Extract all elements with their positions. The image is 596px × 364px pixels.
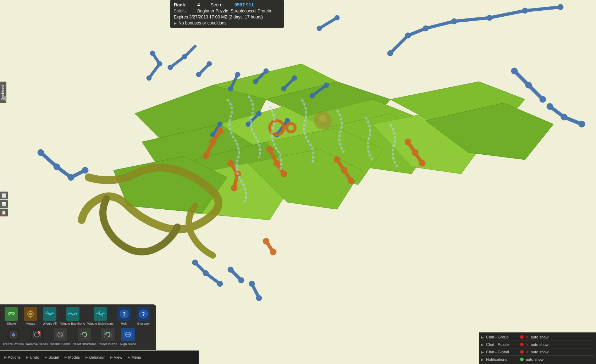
left-icon-panel: ⬜ 📊 📋 xyxy=(0,192,8,216)
align-guide-button[interactable]: Align Guide xyxy=(120,328,137,346)
svg-point-39 xyxy=(522,8,528,13)
svg-marker-11 xyxy=(390,82,525,131)
chat-global-label[interactable]: Chat - Global xyxy=(486,350,518,354)
svg-point-117 xyxy=(405,139,411,145)
actions-label: Actions xyxy=(8,355,21,359)
svg-marker-15 xyxy=(114,156,227,213)
svg-line-47 xyxy=(255,71,266,82)
chat-global-row: ▶ Chat - Global ✕ auto show xyxy=(481,349,594,355)
svg-point-95 xyxy=(203,153,209,159)
left-icon-2[interactable]: 📊 xyxy=(0,200,8,208)
reset-puzzle-button[interactable]: Reset Puzzle xyxy=(99,328,117,346)
svg-line-110 xyxy=(337,160,344,170)
toolbar-row-1: Shake Mutate Wiggle All xyxy=(3,307,153,326)
svg-point-20 xyxy=(150,51,155,56)
chat-puzzle-x[interactable]: ✕ xyxy=(526,343,529,347)
menu-undo[interactable]: ▶ Undo xyxy=(23,354,42,361)
svg-point-32 xyxy=(423,26,429,31)
left-icon-1[interactable]: ⬜ xyxy=(0,192,8,199)
svg-point-70 xyxy=(68,174,74,181)
align-guide-icon xyxy=(121,328,135,341)
wiggle-all-button[interactable]: Wiggle All xyxy=(41,307,58,326)
svg-point-112 xyxy=(334,156,340,163)
svg-point-49 xyxy=(264,68,269,73)
expand-icon[interactable]: ▶ xyxy=(174,21,177,25)
svg-marker-10 xyxy=(372,110,490,174)
svg-point-113 xyxy=(341,167,347,173)
mutate-button[interactable]: Mutate xyxy=(22,307,39,326)
reset-puzzle-label: Reset Puzzle xyxy=(99,342,117,346)
chat-group-auto[interactable]: auto show xyxy=(531,335,548,339)
svg-line-28 xyxy=(390,35,408,53)
left-icon-3[interactable]: 📋 xyxy=(0,209,8,216)
disable-bands-button[interactable]: Disable Bands xyxy=(50,328,71,346)
svg-point-40 xyxy=(558,4,563,10)
chat-global-x[interactable]: ✕ xyxy=(526,350,529,354)
menu-behavior[interactable]: ▶ Behavior xyxy=(83,354,107,361)
chat-group-x[interactable]: ✕ xyxy=(526,335,529,339)
svg-point-61 xyxy=(256,111,261,116)
svg-line-115 xyxy=(408,142,415,153)
svg-point-19 xyxy=(157,61,162,66)
chat-divider-1 xyxy=(481,341,594,341)
wiggle-sidechains-button[interactable]: Wiggle Sidechains xyxy=(87,307,114,326)
chat-puzzle-auto[interactable]: auto show xyxy=(531,342,548,347)
svg-line-16 xyxy=(149,64,160,78)
glossary-icon: ? xyxy=(137,307,150,321)
svg-point-121 xyxy=(263,238,269,244)
svg-marker-12 xyxy=(426,103,553,160)
chat-divider-3 xyxy=(481,355,594,356)
svg-point-97 xyxy=(217,128,223,134)
behavior-label: Behavior xyxy=(89,355,104,359)
chat-puzzle-label[interactable]: Chat - Puzzle xyxy=(486,342,518,347)
undo-arrow: ▶ xyxy=(26,355,29,359)
chat-puzzle-play[interactable]: ▶ xyxy=(481,343,484,347)
chat-global-play[interactable]: ▶ xyxy=(481,350,484,354)
reset-structures-button[interactable]: Reset Structures xyxy=(73,328,96,346)
modes-arrow: ▶ xyxy=(65,355,67,359)
svg-point-46 xyxy=(235,72,240,77)
behavior-arrow: ▶ xyxy=(85,355,88,359)
reset-structures-label: Reset Structures xyxy=(73,342,96,346)
svg-point-124 xyxy=(319,115,326,122)
notifications-row: ▶ Notifications auto show xyxy=(481,356,594,363)
svg-line-22 xyxy=(184,46,195,57)
svg-point-118 xyxy=(412,149,418,156)
freeze-protein-button[interactable]: ❄ Freeze Protein xyxy=(3,328,24,346)
shake-icon xyxy=(5,307,18,321)
svg-line-87 xyxy=(231,270,241,280)
svg-point-30 xyxy=(387,50,393,56)
svg-marker-2 xyxy=(213,64,337,114)
menu-menu[interactable]: ▶ Menu xyxy=(125,354,144,361)
shake-button[interactable]: Shake xyxy=(3,307,20,326)
svg-line-83 xyxy=(206,273,220,284)
help-button[interactable]: ? Help xyxy=(116,307,133,326)
svg-point-106 xyxy=(274,160,280,166)
glossary-button[interactable]: ? Glossary xyxy=(135,307,152,326)
chat-group-label[interactable]: Chat - Group xyxy=(486,335,518,339)
svg-point-64 xyxy=(285,118,290,123)
help-icon: ? xyxy=(117,307,131,321)
notifications-auto[interactable]: auto show xyxy=(526,357,543,362)
menu-view[interactable]: ▶ View xyxy=(107,354,125,361)
remove-bands-button[interactable]: ✕ Remove Bands xyxy=(26,328,48,346)
notifications-label[interactable]: Notifications xyxy=(486,357,518,362)
svg-line-93 xyxy=(206,142,213,156)
svg-point-27 xyxy=(207,61,212,66)
chat-puzzle-row: ▶ Chat - Puzzle ✕ auto show xyxy=(481,341,594,348)
menu-modes[interactable]: ▶ Modes xyxy=(62,354,83,361)
menu-social[interactable]: ▶ Social xyxy=(42,354,62,361)
svg-line-38 xyxy=(525,7,561,11)
svg-point-55 xyxy=(324,83,329,88)
menu-actions[interactable]: ▶ Actions xyxy=(1,354,23,361)
wiggle-backbone-button[interactable]: Wiggle Backbone xyxy=(60,307,85,326)
notifications-dot xyxy=(520,358,524,361)
svg-marker-3 xyxy=(266,82,390,135)
svg-line-90 xyxy=(252,284,259,298)
svg-point-109 xyxy=(287,123,295,132)
undo-label: Undo xyxy=(30,355,39,359)
chat-group-play[interactable]: ▶ xyxy=(481,335,484,339)
notifications-play[interactable]: ▶ xyxy=(481,358,484,362)
left-collapse-arrow[interactable]: ◀ xyxy=(1,94,6,102)
chat-global-auto[interactable]: auto show xyxy=(531,350,548,354)
